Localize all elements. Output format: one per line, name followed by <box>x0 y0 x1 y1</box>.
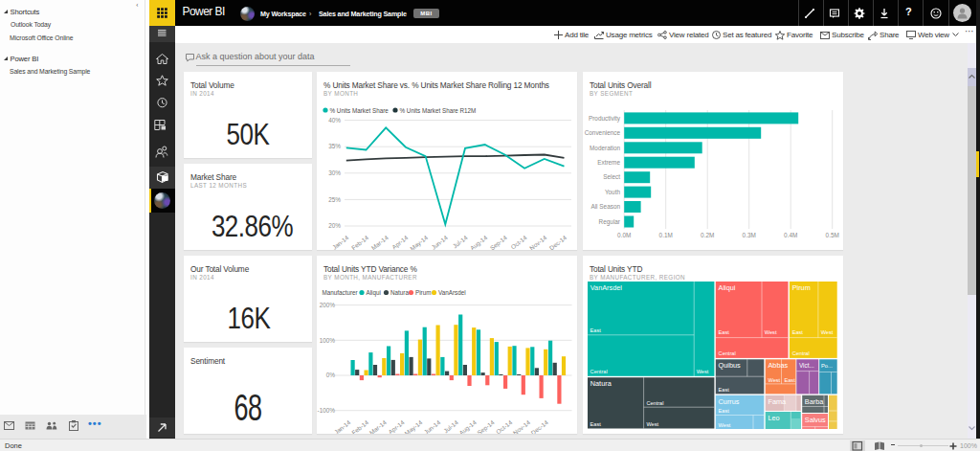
svg-text:25%: 25% <box>328 196 341 203</box>
svg-text:Pirum: Pirum <box>792 283 811 292</box>
svg-text:Jul-14: Jul-14 <box>452 234 469 250</box>
svg-text:Abbas: Abbas <box>768 361 789 370</box>
svg-text:West: West <box>697 369 709 374</box>
svg-text:Jun-14: Jun-14 <box>423 418 442 434</box>
svg-text:Jan-14: Jan-14 <box>331 234 350 250</box>
svg-text:100%: 100% <box>320 337 336 344</box>
svg-text:0.2M: 0.2M <box>701 232 714 238</box>
svg-text:Nov-14: Nov-14 <box>528 234 548 250</box>
svg-text:Central: Central <box>719 350 736 356</box>
svg-text:East: East <box>719 387 730 393</box>
svg-text:Salvus: Salvus <box>805 416 826 424</box>
svg-text:0.0M: 0.0M <box>617 232 631 238</box>
svg-text:200%: 200% <box>320 302 336 308</box>
svg-text:40%: 40% <box>328 117 341 124</box>
svg-text:Leo: Leo <box>768 414 780 422</box>
svg-text:Sep-14: Sep-14 <box>488 234 509 250</box>
svg-text:Productivity: Productivity <box>589 115 621 123</box>
svg-text:0.1M: 0.1M <box>659 232 673 238</box>
svg-text:Fama: Fama <box>768 397 788 406</box>
svg-text:Natura: Natura <box>590 379 612 388</box>
svg-text:East: East <box>590 421 602 427</box>
svg-text:East: East <box>719 329 730 335</box>
svg-text:Dec-14: Dec-14 <box>548 234 568 250</box>
svg-text:VanArsdel: VanArsdel <box>590 283 623 292</box>
svg-text:Quibus: Quibus <box>719 361 741 370</box>
svg-text:35%: 35% <box>328 143 341 149</box>
svg-text:Select: Select <box>603 173 620 180</box>
svg-text:Oct-14: Oct-14 <box>495 418 514 434</box>
svg-text:Mar-14: Mar-14 <box>368 418 389 434</box>
svg-text:May-14: May-14 <box>403 418 424 434</box>
svg-text:Po...: Po... <box>821 363 833 369</box>
svg-text:Pirum: Pirum <box>415 289 431 296</box>
svg-text:-100%: -100% <box>318 407 336 414</box>
svg-text:Currus: Currus <box>719 397 740 406</box>
svg-text:Youth: Youth <box>605 189 621 195</box>
svg-text:East: East <box>719 408 730 414</box>
svg-text:Jan-14: Jan-14 <box>333 418 352 434</box>
svg-text:Dec-14: Dec-14 <box>529 418 549 434</box>
svg-text:0.3M: 0.3M <box>743 232 756 238</box>
svg-text:0.5M: 0.5M <box>826 232 839 238</box>
svg-text:West: West <box>719 422 731 428</box>
svg-text:May-14: May-14 <box>409 234 430 250</box>
svg-text:% Units Market Share: % Units Market Share <box>330 107 390 114</box>
svg-text:Nov-14: Nov-14 <box>512 418 532 434</box>
svg-text:% Units Market Share R12M: % Units Market Share R12M <box>400 107 477 114</box>
svg-text:Regular: Regular <box>599 218 621 226</box>
svg-text:Extreme: Extreme <box>597 159 620 166</box>
svg-text:Feb-14: Feb-14 <box>350 418 370 434</box>
svg-text:West: West <box>646 421 658 427</box>
svg-text:20%: 20% <box>328 222 341 229</box>
svg-text:VanArsdel: VanArsdel <box>438 289 466 296</box>
svg-text:Vict...: Vict... <box>799 362 814 369</box>
svg-text:West: West <box>821 329 834 335</box>
svg-text:Jun-14: Jun-14 <box>430 234 449 250</box>
svg-text:Aliqui: Aliqui <box>719 283 736 292</box>
svg-text:Moderation: Moderation <box>590 145 620 151</box>
svg-text:East: East <box>590 327 602 333</box>
svg-text:East: East <box>792 329 804 335</box>
svg-text:Feb-14: Feb-14 <box>350 234 370 250</box>
svg-text:Aliqui: Aliqui <box>367 289 381 297</box>
svg-text:West: West <box>768 377 781 383</box>
svg-text:Barba: Barba <box>805 397 824 406</box>
svg-text:Central: Central <box>590 369 608 374</box>
svg-text:Sep-14: Sep-14 <box>476 418 497 434</box>
svg-text:Central: Central <box>646 400 663 406</box>
svg-text:Manufacturer: Manufacturer <box>323 289 358 296</box>
svg-text:Mar-14: Mar-14 <box>370 234 390 250</box>
svg-text:Aug-14: Aug-14 <box>469 234 490 250</box>
svg-text:Natura: Natura <box>390 289 409 296</box>
svg-text:Central: Central <box>792 350 810 356</box>
svg-text:Oct-14: Oct-14 <box>509 234 528 250</box>
svg-text:Apr-14: Apr-14 <box>390 234 410 250</box>
svg-text:30%: 30% <box>328 169 341 176</box>
svg-text:West: West <box>765 329 777 335</box>
svg-text:0%: 0% <box>326 372 336 378</box>
svg-text:Convenience: Convenience <box>585 129 621 136</box>
svg-text:All Season: All Season <box>590 203 620 210</box>
svg-text:East: East <box>785 377 796 383</box>
svg-text:0.4M: 0.4M <box>784 232 797 238</box>
